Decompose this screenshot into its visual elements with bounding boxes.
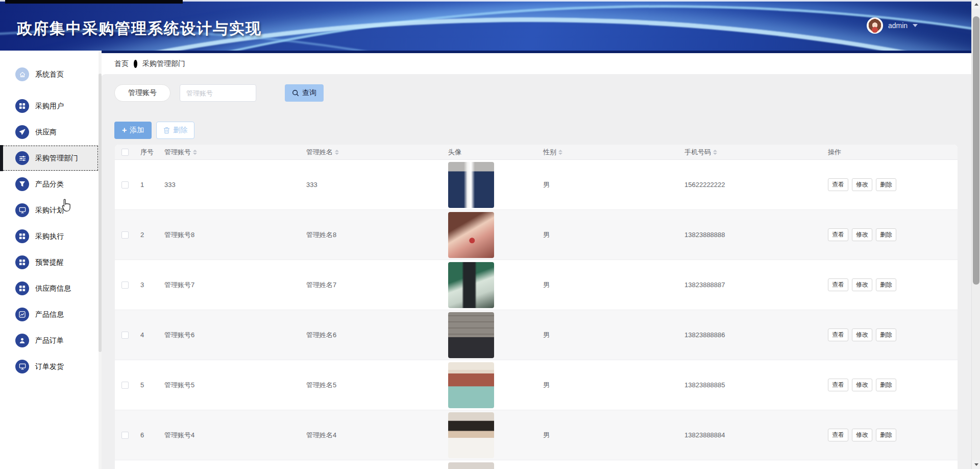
- view-button[interactable]: 查看: [828, 379, 848, 391]
- sidebar-item-label: 系统首页: [35, 70, 64, 79]
- page-scrollbar-thumb[interactable]: [973, 16, 979, 285]
- main-content: 管理账号 查询 + 添加 删除: [101, 74, 971, 469]
- edit-button[interactable]: 修改: [852, 429, 872, 441]
- monitor-icon: [15, 360, 29, 373]
- sidebar-item-7[interactable]: 采购执行: [0, 223, 99, 249]
- sidebar-item-12[interactable]: 订单发货: [0, 354, 99, 380]
- edit-button[interactable]: 修改: [852, 278, 872, 291]
- delete-button[interactable]: 删除: [156, 122, 194, 139]
- sort-carets-icon[interactable]: [713, 150, 717, 155]
- sidebar-item-label: 订单发货: [35, 362, 64, 371]
- caret-down-icon: [913, 24, 918, 27]
- view-button[interactable]: 查看: [828, 178, 848, 191]
- sort-carets-icon[interactable]: [558, 150, 562, 155]
- sidebar-item-1[interactable]: 系统首页: [0, 61, 99, 87]
- delete-row-button[interactable]: 删除: [876, 178, 896, 191]
- cell-account: 管理账号4: [164, 431, 306, 440]
- column-header-label: 序号: [140, 148, 154, 157]
- edit-button[interactable]: 修改: [852, 379, 872, 391]
- sidebar-item-10[interactable]: 产品信息: [0, 301, 99, 327]
- scrollbar-up-button[interactable]: [972, 0, 980, 9]
- cell-index: 2: [140, 231, 164, 239]
- data-table: 序号管理账号管理姓名头像性别手机号码操作 1333333男15622222222…: [115, 145, 958, 469]
- row-checkbox[interactable]: [121, 332, 129, 339]
- add-button[interactable]: + 添加: [114, 122, 152, 139]
- cell-gender: 男: [543, 431, 684, 440]
- view-button[interactable]: 查看: [828, 329, 848, 341]
- column-header-2[interactable]: 管理账号: [164, 148, 306, 157]
- filter-icon: [15, 177, 29, 191]
- query-button[interactable]: 查询: [285, 84, 324, 102]
- column-header-label: 管理账号: [164, 148, 191, 157]
- cell-phone: 13823888885: [684, 381, 828, 389]
- breadcrumb-home[interactable]: 首页: [114, 59, 129, 68]
- sidebar-item-4[interactable]: 采购管理部门: [0, 145, 99, 171]
- edit-button[interactable]: 修改: [852, 178, 872, 191]
- cell-phone: 13823888884: [684, 431, 828, 439]
- sidebar-item-11[interactable]: 产品订单: [0, 327, 99, 354]
- grid-icon: [15, 99, 29, 113]
- edit-button[interactable]: 修改: [852, 228, 872, 241]
- banner-top-black-strip: [5, 0, 183, 4]
- sidebar-item-label: 供应商信息: [35, 284, 71, 293]
- breadcrumb: 首页 采购管理部门: [0, 53, 971, 74]
- sidebar-item-9[interactable]: 供应商信息: [0, 275, 99, 301]
- scrollbar-down-button[interactable]: [972, 460, 980, 469]
- user-avatar[interactable]: [867, 17, 883, 34]
- sidebar-item-2[interactable]: 采购用户: [0, 93, 99, 119]
- cell-gender: 男: [543, 230, 684, 240]
- row-avatar-photo: [448, 312, 494, 358]
- selected-item-marker: [0, 145, 3, 171]
- cell-account: 管理账号8: [164, 230, 306, 240]
- sidebar-item-3[interactable]: 供应商: [0, 119, 99, 145]
- edit-button[interactable]: 修改: [852, 329, 872, 341]
- view-button[interactable]: 查看: [828, 228, 848, 241]
- row-checkbox[interactable]: [121, 181, 129, 189]
- cell-gender: 男: [543, 280, 684, 290]
- cell-account: 管理账号7: [164, 280, 306, 290]
- cell-actions: 查看修改删除: [828, 228, 958, 241]
- cell-phone: 13823888887: [684, 281, 828, 289]
- cell-actions: 查看修改删除: [828, 429, 958, 441]
- delete-row-button[interactable]: 删除: [876, 379, 896, 391]
- column-header-6[interactable]: 手机号码: [684, 148, 828, 157]
- delete-row-button[interactable]: 删除: [876, 278, 896, 291]
- row-checkbox[interactable]: [121, 282, 129, 289]
- select-all-checkbox[interactable]: [121, 149, 129, 156]
- sort-carets-icon[interactable]: [335, 150, 339, 155]
- sidebar-item-5[interactable]: 产品分类: [0, 171, 99, 197]
- mouse-cursor-hand-icon: [60, 198, 72, 215]
- sidebar-scrollbar-thumb[interactable]: [99, 74, 102, 352]
- delete-row-button[interactable]: 删除: [876, 228, 896, 241]
- table-row: 1333333男15622222222查看修改删除: [115, 160, 958, 210]
- cell-account: 管理账号5: [164, 381, 306, 390]
- sidebar-item-8[interactable]: 预警提醒: [0, 249, 99, 275]
- table-row: 4管理账号6管理姓名6男13823888886查看修改删除: [115, 310, 958, 360]
- row-checkbox[interactable]: [121, 432, 129, 439]
- column-header-5[interactable]: 性别: [543, 148, 684, 157]
- cell-gender: 男: [543, 180, 684, 190]
- page-scrollbar[interactable]: [971, 0, 980, 469]
- delete-row-button[interactable]: 删除: [876, 429, 896, 441]
- row-avatar-photo: [448, 462, 494, 469]
- user-menu[interactable]: admin: [867, 17, 918, 34]
- search-input[interactable]: [180, 84, 256, 102]
- view-button[interactable]: 查看: [828, 429, 848, 441]
- sort-carets-icon[interactable]: [193, 150, 197, 155]
- row-checkbox[interactable]: [121, 382, 129, 389]
- table-row: 2管理账号8管理姓名8男13823888888查看修改删除: [115, 210, 958, 260]
- row-checkbox[interactable]: [121, 231, 129, 239]
- sidebar-scrollbar[interactable]: [99, 51, 102, 469]
- cell-index: 1: [140, 181, 164, 189]
- column-header-1: 序号: [140, 148, 164, 157]
- send-icon: [15, 125, 29, 139]
- cell-account: 333: [164, 181, 306, 189]
- sidebar-item-6[interactable]: 采购计划: [0, 197, 99, 223]
- add-button-label: 添加: [130, 126, 144, 135]
- search-field-label: 管理账号: [114, 84, 170, 102]
- view-button[interactable]: 查看: [828, 278, 848, 291]
- sidebar: 系统首页采购用户供应商采购管理部门产品分类采购计划采购执行预警提醒供应商信息产品…: [0, 51, 99, 469]
- column-header-3[interactable]: 管理姓名: [306, 148, 448, 157]
- delete-row-button[interactable]: 删除: [876, 329, 896, 341]
- row-avatar-photo: [448, 162, 494, 208]
